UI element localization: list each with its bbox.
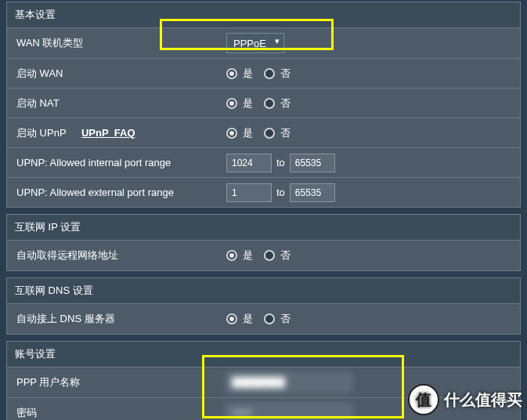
auto-dns-row: 自动接上 DNS 服务器 是 否 (7, 304, 520, 334)
upnp-external-label: UPNP: Allowed external port range (7, 186, 217, 198)
enable-nat-yes-radio[interactable] (226, 98, 237, 109)
enable-upnp-yes-radio[interactable] (226, 128, 237, 139)
auto-ip-no-radio[interactable] (264, 250, 275, 261)
dns-settings-panel: 互联网 DNS 设置 自动接上 DNS 服务器 是 否 (6, 277, 521, 335)
auto-dns-label: 自动接上 DNS 服务器 (7, 312, 217, 326)
yes-label: 是 (243, 312, 253, 326)
enable-nat-label: 启动 NAT (7, 96, 217, 110)
auto-dns-no-radio[interactable] (264, 313, 275, 324)
basic-settings-panel: 基本设置 WAN 联机类型 PPPoE 启动 WAN 是 否 启动 NAT 是 … (6, 2, 521, 208)
enable-upnp-row: 启动 UPnP UPnP_FAQ 是 否 (7, 118, 520, 147)
upnp-internal-from-input[interactable] (226, 154, 272, 172)
watermark-badge-icon: 值 (408, 384, 439, 415)
auto-dns-yes-radio[interactable] (226, 313, 237, 324)
wan-type-row: WAN 联机类型 PPPoE (7, 28, 520, 58)
ip-settings-header: 互联网 IP 设置 (7, 215, 520, 241)
no-label: 否 (280, 248, 291, 262)
auto-ip-label: 自动取得远程网络地址 (7, 248, 217, 262)
enable-wan-yes-radio[interactable] (226, 68, 237, 79)
auto-ip-yes-radio[interactable] (226, 250, 237, 261)
enable-nat-no-radio[interactable] (264, 98, 275, 109)
enable-nat-row: 启动 NAT 是 否 (7, 88, 520, 118)
upnp-internal-row: UPNP: Allowed internal port range to (7, 147, 520, 177)
yes-label: 是 (243, 96, 253, 110)
enable-wan-label: 启动 WAN (7, 67, 217, 81)
enable-upnp-no-radio[interactable] (264, 128, 275, 139)
yes-label: 是 (243, 126, 253, 140)
no-label: 否 (280, 67, 291, 81)
wan-type-label: WAN 联机类型 (7, 36, 217, 50)
upnp-external-row: UPNP: Allowed external port range to (7, 177, 520, 207)
watermark: 值 什么值得买 (408, 384, 522, 415)
watermark-text: 什么值得买 (444, 389, 522, 411)
yes-label: 是 (243, 248, 253, 262)
to-text: to (276, 157, 285, 168)
upnp-faq-link[interactable]: UPnP_FAQ (81, 127, 135, 139)
password-label: 密码 (7, 406, 217, 420)
dns-settings-header: 互联网 DNS 设置 (7, 278, 520, 304)
enable-wan-no-radio[interactable] (264, 68, 275, 79)
ppp-user-input[interactable] (226, 373, 352, 392)
upnp-internal-to-input[interactable] (290, 154, 335, 172)
upnp-external-from-input[interactable] (226, 183, 272, 202)
wan-type-select[interactable]: PPPoE (226, 33, 284, 53)
ppp-user-label: PPP 用户名称 (7, 375, 217, 389)
enable-wan-row: 启动 WAN 是 否 (7, 58, 520, 88)
auto-ip-row: 自动取得远程网络地址 是 否 (7, 241, 520, 270)
enable-upnp-label: 启动 UPnP (16, 127, 66, 139)
no-label: 否 (280, 96, 291, 110)
no-label: 否 (280, 312, 291, 326)
upnp-external-to-input[interactable] (290, 183, 335, 202)
ip-settings-panel: 互联网 IP 设置 自动取得远程网络地址 是 否 (6, 214, 521, 271)
upnp-internal-label: UPNP: Allowed internal port range (7, 157, 217, 168)
account-settings-header: 账号设置 (7, 342, 520, 368)
password-input[interactable] (226, 404, 352, 421)
to-text: to (276, 186, 285, 198)
no-label: 否 (280, 126, 291, 140)
yes-label: 是 (243, 67, 253, 81)
basic-settings-header: 基本设置 (7, 2, 520, 28)
